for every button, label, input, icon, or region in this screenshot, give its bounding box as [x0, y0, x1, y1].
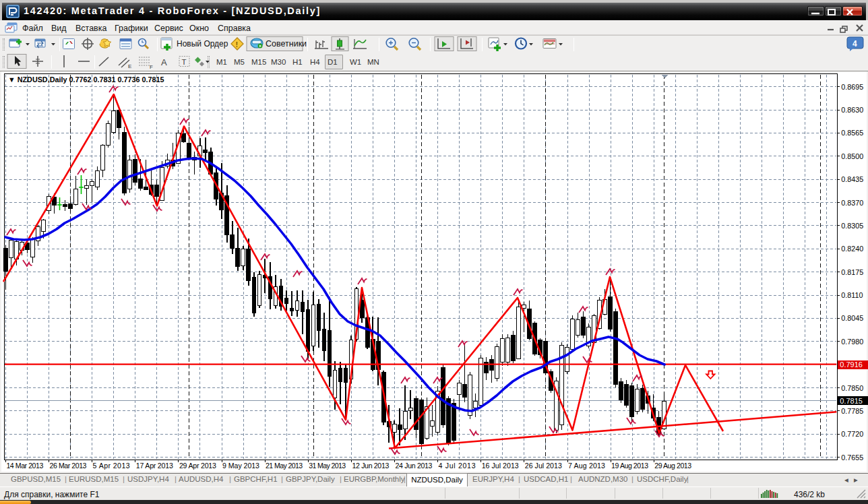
svg-text:Советники: Советники	[266, 39, 307, 49]
svg-text:9 May 2013: 9 May 2013	[222, 462, 259, 470]
svg-text:24 Jun 2013: 24 Jun 2013	[396, 462, 433, 470]
svg-text:F: F	[150, 64, 153, 70]
svg-text:31 May 2013: 31 May 2013	[309, 462, 346, 470]
svg-text:26 Jul 2013: 26 Jul 2013	[525, 462, 562, 470]
svg-text:0.7980: 0.7980	[841, 338, 863, 346]
svg-text:0.8240: 0.8240	[841, 245, 863, 253]
svg-text:19 Aug 2013: 19 Aug 2013	[611, 462, 648, 470]
svg-text:16 Jul 2013: 16 Jul 2013	[482, 462, 519, 470]
svg-text:0.7785: 0.7785	[841, 407, 863, 415]
svg-text:Новый Ордер: Новый Ордер	[177, 39, 228, 49]
svg-text:T: T	[182, 58, 187, 66]
svg-text:▼ NZDUSD,Daily 0.7762 0.7831: ▼ NZDUSD,Daily 0.7762 0.7831 0.7736 0.78…	[8, 75, 164, 84]
svg-text:5 Apr 2013: 5 Apr 2013	[93, 462, 130, 470]
svg-text:21 May 2013: 21 May 2013	[266, 462, 303, 470]
svg-text:0.8435: 0.8435	[841, 175, 863, 183]
svg-text:0.8695: 0.8695	[841, 83, 863, 91]
svg-text:4: 4	[852, 39, 857, 49]
svg-text:4 Jul 2013: 4 Jul 2013	[439, 462, 476, 470]
svg-text:0.8045: 0.8045	[841, 314, 863, 322]
svg-text:14 Mar 2013: 14 Mar 2013	[6, 462, 43, 470]
svg-text:A: A	[161, 57, 167, 67]
svg-text:E: E	[128, 63, 131, 69]
svg-text:0.7815: 0.7815	[840, 397, 863, 405]
svg-text:0.7850: 0.7850	[841, 384, 863, 392]
svg-text:17 Apr 2013: 17 Apr 2013	[136, 462, 173, 470]
svg-text:0.8500: 0.8500	[841, 152, 863, 160]
svg-text:!: !	[236, 40, 239, 49]
svg-text:7 Aug 2013: 7 Aug 2013	[568, 462, 605, 470]
svg-text:0.7916: 0.7916	[840, 360, 863, 369]
svg-text:29 Aug 2013: 29 Aug 2013	[654, 462, 691, 470]
svg-text:0.8110: 0.8110	[841, 291, 863, 299]
svg-text:0.8175: 0.8175	[841, 268, 863, 276]
svg-text:12 Jun 2013: 12 Jun 2013	[352, 462, 389, 470]
svg-text:0.7720: 0.7720	[841, 430, 863, 438]
svg-text:26 Mar 2013: 26 Mar 2013	[50, 462, 87, 470]
svg-text:0.8370: 0.8370	[841, 199, 863, 207]
svg-text:0.8565: 0.8565	[841, 129, 863, 137]
svg-text:0.8305: 0.8305	[841, 222, 863, 230]
svg-text:0.7655: 0.7655	[841, 453, 863, 462]
svg-text:0.8630: 0.8630	[841, 106, 863, 114]
svg-text:29 Apr 2013: 29 Apr 2013	[179, 462, 216, 470]
